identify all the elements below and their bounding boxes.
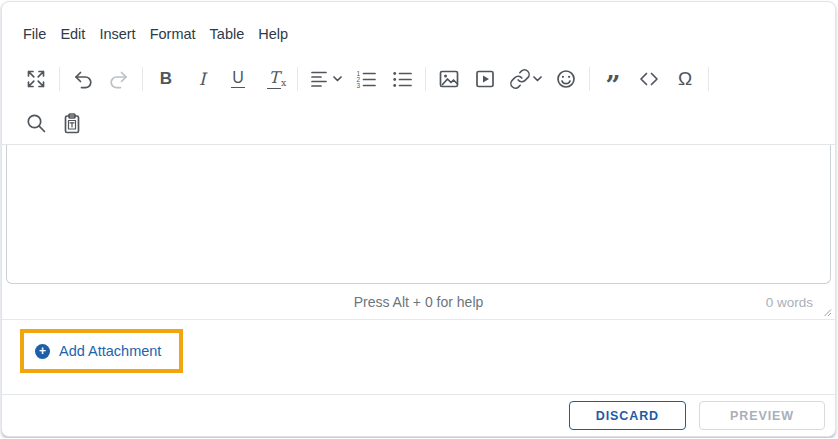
toolbar-row-1: B I U Tx 1 2 3 [2,56,835,101]
insert-video-button[interactable] [467,62,503,96]
ordered-list-button[interactable]: 1 2 3 [348,62,384,96]
special-character-button[interactable]: Ω [667,62,703,96]
word-count[interactable]: 0 words [766,295,823,310]
insert-image-button[interactable] [431,62,467,96]
align-dropdown-button[interactable] [303,62,348,96]
redo-button[interactable] [101,62,137,96]
toolbar-separator [59,67,60,91]
resize-handle[interactable] [823,308,832,317]
menu-insert[interactable]: Insert [92,22,142,46]
plus-circle-icon: + [35,344,50,359]
blockquote-button[interactable]: ” [595,62,631,96]
menu-format[interactable]: Format [143,22,203,46]
toolbar-separator [297,67,298,91]
editor-content[interactable] [6,145,831,284]
statusbar: Press Alt + 0 for help 0 words [2,284,835,319]
chevron-down-icon [533,76,542,82]
menubar: File Edit Insert Format Table Help [2,2,835,56]
italic-button[interactable]: I [184,62,220,96]
attachment-section: + Add Attachment [2,320,835,394]
menu-help[interactable]: Help [251,22,295,46]
paste-as-text-button[interactable] [54,106,90,140]
discard-button[interactable]: DISCARD [569,401,686,430]
svg-text:3: 3 [357,82,361,89]
insert-link-dropdown-button[interactable] [503,62,548,96]
preview-button[interactable]: PREVIEW [699,401,825,430]
chevron-down-icon [333,76,342,82]
search-icon [25,112,47,134]
remove-format-button[interactable]: Tx [256,62,292,96]
editor-window: File Edit Insert Format Table Help [1,1,836,437]
bold-button[interactable]: B [148,62,184,96]
clipboard-text-icon [61,112,83,134]
emoticons-button[interactable] [548,62,584,96]
redo-icon [108,68,130,90]
align-left-icon [309,68,331,90]
image-icon [438,68,460,90]
fullscreen-icon [25,68,47,90]
unordered-list-button[interactable] [384,62,420,96]
undo-icon [72,68,94,90]
attachment-highlight-box: + Add Attachment [20,329,183,373]
menu-edit[interactable]: Edit [53,22,92,46]
toolbar-separator [708,67,709,91]
menu-file[interactable]: File [16,22,53,46]
search-replace-button[interactable] [18,106,54,140]
footer: DISCARD PREVIEW [2,395,835,436]
toolbar-separator [425,67,426,91]
code-icon [638,68,660,90]
remove-format-icon: Tx [267,68,282,89]
statusbar-help-text: Press Alt + 0 for help [354,294,484,310]
toolbar-separator [589,67,590,91]
menu-table[interactable]: Table [203,22,252,46]
toolbar-separator [142,67,143,91]
underline-button[interactable]: U [220,62,256,96]
video-icon [474,68,496,90]
link-icon [509,68,531,90]
code-sample-button[interactable] [631,62,667,96]
undo-button[interactable] [65,62,101,96]
unordered-list-icon [391,68,413,90]
fullscreen-button[interactable] [18,62,54,96]
add-attachment-link[interactable]: Add Attachment [59,343,161,359]
underline-icon: U [231,69,245,89]
toolbar-row-2 [2,101,835,144]
emoji-icon [555,68,577,90]
ordered-list-icon: 1 2 3 [355,68,377,90]
